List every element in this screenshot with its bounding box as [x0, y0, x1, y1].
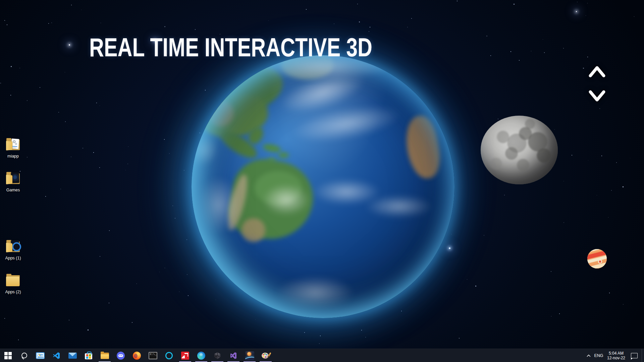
star: [164, 26, 165, 27]
star: [365, 337, 366, 338]
star: [268, 20, 269, 21]
microsoft-store-icon: [85, 353, 92, 359]
taskbar: C:\_ ENG 5:04 AM 12-nov: [0, 349, 644, 362]
scroll-up-button[interactable]: [588, 62, 606, 81]
jupiter[interactable]: [587, 249, 607, 268]
star: [498, 119, 498, 119]
tray-hidden-icons-button[interactable]: [584, 349, 593, 362]
earth-land: [241, 218, 265, 242]
taskbar-button-mail[interactable]: [64, 349, 80, 362]
taskbar-button-vscode[interactable]: [48, 349, 64, 362]
desktop-icon-games[interactable]: Games: [0, 171, 26, 192]
star: [601, 156, 602, 156]
star: [71, 157, 71, 157]
star: [609, 293, 610, 293]
folder-plain-icon: [5, 273, 21, 287]
star: [40, 87, 40, 88]
star: [4, 20, 5, 21]
star: [172, 205, 173, 206]
taskbar-button-microsoft-store[interactable]: [80, 349, 97, 362]
star: [587, 57, 588, 57]
star: [169, 153, 170, 154]
star: [475, 286, 476, 287]
star: [407, 27, 408, 27]
star: [184, 170, 184, 171]
taskbar-button-visual-studio[interactable]: [225, 349, 241, 362]
taskbar-button-alexa[interactable]: [161, 349, 177, 362]
moon[interactable]: [481, 116, 558, 184]
star: [165, 268, 165, 268]
star: [65, 121, 66, 122]
star: [192, 216, 192, 217]
star: [304, 332, 305, 333]
star: [195, 29, 196, 30]
star: [175, 218, 175, 219]
star: [86, 328, 86, 328]
clock-time: 5:04 AM: [609, 351, 624, 356]
star: [127, 164, 128, 164]
taskbar-button-news-chart-app[interactable]: [32, 349, 48, 362]
taskbar-button-command-prompt[interactable]: C:\_: [145, 349, 161, 362]
scroll-down-button[interactable]: [588, 86, 606, 105]
desktop-icon-miapp[interactable]: miapp: [0, 137, 26, 159]
star: [99, 167, 100, 168]
star: [519, 60, 520, 61]
clock-date: 12-nov-22: [607, 356, 625, 360]
taskbar-button-edge[interactable]: [193, 349, 209, 362]
star: [164, 139, 165, 140]
star: [611, 190, 612, 191]
star: [359, 21, 360, 22]
star: [588, 160, 588, 161]
edge-icon: [197, 352, 205, 360]
star: [630, 158, 630, 158]
taskbar-button-firefox[interactable]: [129, 349, 145, 362]
action-center-button[interactable]: [628, 349, 641, 362]
taskbar-button-search[interactable]: [16, 349, 32, 362]
bright-star: [576, 11, 577, 12]
star: [306, 9, 307, 10]
star: [577, 2, 578, 2]
star: [4, 318, 5, 319]
earth-land: [402, 114, 444, 181]
start-button[interactable]: [0, 349, 16, 362]
star: [101, 23, 101, 23]
earth-cloud: [276, 276, 355, 310]
taskbar-button-discord[interactable]: [113, 349, 129, 362]
star: [564, 181, 564, 181]
star: [616, 162, 617, 163]
language-indicator[interactable]: ENG: [593, 349, 604, 362]
earth-globe[interactable]: [192, 55, 454, 318]
desktop-icon-apps-2[interactable]: Apps (2): [0, 273, 26, 294]
earth-cloud: [197, 176, 239, 234]
desktop-icon-apps-1[interactable]: Apps (1): [0, 239, 26, 260]
star: [559, 313, 560, 314]
command-prompt-icon: C:\_: [149, 352, 157, 359]
star: [100, 256, 100, 257]
star: [608, 217, 608, 218]
earth-cloud: [365, 195, 433, 219]
star: [563, 48, 564, 49]
jupiter-bands: [587, 249, 607, 268]
firefox-icon: [133, 352, 141, 360]
star: [65, 72, 65, 72]
taskbar-button-paint-app[interactable]: [258, 349, 274, 362]
star: [334, 23, 334, 24]
star: [7, 24, 7, 25]
taskbar-clock[interactable]: 5:04 AM 12-nov-22: [604, 349, 628, 362]
star: [93, 152, 94, 153]
taskbar-button-file-explorer[interactable]: [97, 349, 113, 362]
star: [18, 340, 19, 340]
star: [401, 311, 402, 311]
show-desktop-button[interactable]: [642, 349, 644, 362]
taskbar-button-space-wallpaper-app[interactable]: [241, 349, 258, 362]
windows-logo-icon: [4, 352, 12, 359]
star: [504, 195, 505, 195]
star: [554, 129, 555, 130]
taskbar-button-amd-radeon[interactable]: [177, 349, 193, 362]
star: [71, 5, 72, 5]
star: [544, 52, 545, 53]
star: [137, 284, 137, 284]
taskbar-button-unity[interactable]: [209, 349, 225, 362]
star: [457, 1, 458, 1]
star: [490, 55, 491, 56]
